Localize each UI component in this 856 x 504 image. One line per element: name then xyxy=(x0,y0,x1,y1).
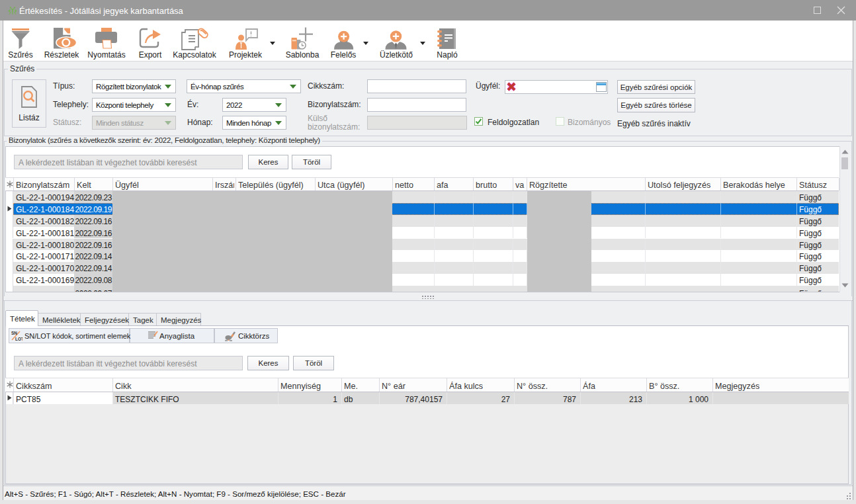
svg-text:SN: SN xyxy=(11,331,17,335)
svg-text:LOT: LOT xyxy=(15,337,22,341)
